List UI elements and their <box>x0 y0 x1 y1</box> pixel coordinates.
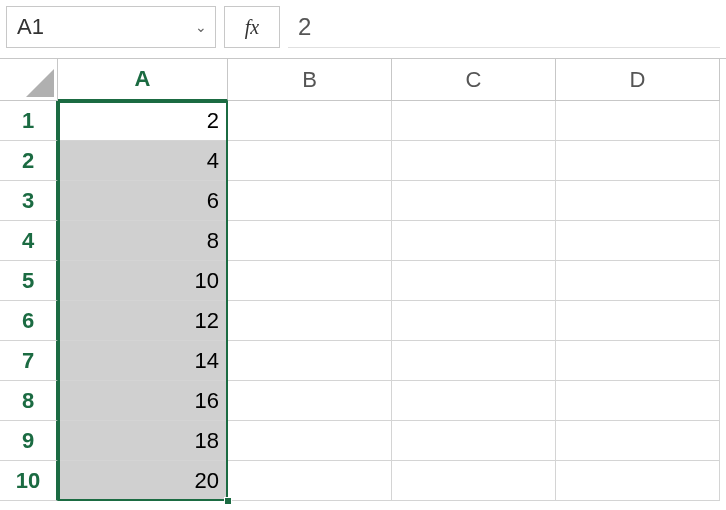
cell-b6[interactable] <box>228 301 392 341</box>
cell-c1[interactable] <box>392 101 556 141</box>
cell-a8[interactable]: 16 <box>58 381 228 421</box>
row-header-4[interactable]: 4 <box>0 221 58 261</box>
cell-c7[interactable] <box>392 341 556 381</box>
cell-a10[interactable]: 20 <box>58 461 228 501</box>
cell-d2[interactable] <box>556 141 720 181</box>
column-header-d[interactable]: D <box>556 59 720 101</box>
cell-c5[interactable] <box>392 261 556 301</box>
cell-a9[interactable]: 18 <box>58 421 228 461</box>
fx-label: fx <box>245 16 259 39</box>
cell-a1[interactable]: 2 <box>58 101 228 141</box>
row-header-2[interactable]: 2 <box>0 141 58 181</box>
cell-c8[interactable] <box>392 381 556 421</box>
cell-a5[interactable]: 10 <box>58 261 228 301</box>
column-header-c[interactable]: C <box>392 59 556 101</box>
cell-d6[interactable] <box>556 301 720 341</box>
cell-a2[interactable]: 4 <box>58 141 228 181</box>
fill-handle[interactable] <box>224 497 232 505</box>
row-header-9[interactable]: 9 <box>0 421 58 461</box>
cell-d8[interactable] <box>556 381 720 421</box>
cell-d5[interactable] <box>556 261 720 301</box>
cell-b1[interactable] <box>228 101 392 141</box>
cell-c4[interactable] <box>392 221 556 261</box>
row-header-3[interactable]: 3 <box>0 181 58 221</box>
formula-input[interactable] <box>288 6 720 48</box>
cell-d10[interactable] <box>556 461 720 501</box>
row-header-1[interactable]: 1 <box>0 101 58 141</box>
cell-d7[interactable] <box>556 341 720 381</box>
cell-d4[interactable] <box>556 221 720 261</box>
row-header-5[interactable]: 5 <box>0 261 58 301</box>
cell-c2[interactable] <box>392 141 556 181</box>
cell-d3[interactable] <box>556 181 720 221</box>
cell-b5[interactable] <box>228 261 392 301</box>
chevron-down-icon[interactable]: ⌄ <box>195 19 207 35</box>
formula-bar: A1 ⌄ fx <box>0 0 726 58</box>
cell-b10[interactable] <box>228 461 392 501</box>
cell-a4[interactable]: 8 <box>58 221 228 261</box>
cell-c9[interactable] <box>392 421 556 461</box>
column-header-a[interactable]: A <box>58 59 228 101</box>
selection-range[interactable]: 2 4 6 8 10 12 14 16 18 20 <box>58 101 228 501</box>
select-all-corner[interactable] <box>0 59 58 101</box>
cell-b3[interactable] <box>228 181 392 221</box>
cell-b9[interactable] <box>228 421 392 461</box>
row-header-6[interactable]: 6 <box>0 301 58 341</box>
name-box-value: A1 <box>17 14 44 40</box>
cell-b2[interactable] <box>228 141 392 181</box>
row-header-10[interactable]: 10 <box>0 461 58 501</box>
name-box[interactable]: A1 ⌄ <box>6 6 216 48</box>
cell-c10[interactable] <box>392 461 556 501</box>
cell-a7[interactable]: 14 <box>58 341 228 381</box>
cell-d1[interactable] <box>556 101 720 141</box>
cell-b8[interactable] <box>228 381 392 421</box>
row-header-8[interactable]: 8 <box>0 381 58 421</box>
cell-a3[interactable]: 6 <box>58 181 228 221</box>
cell-b4[interactable] <box>228 221 392 261</box>
cell-d9[interactable] <box>556 421 720 461</box>
column-header-b[interactable]: B <box>228 59 392 101</box>
cell-c6[interactable] <box>392 301 556 341</box>
spreadsheet-grid: A B C D 1 2 4 6 8 10 12 14 16 18 20 2 3 … <box>0 58 726 501</box>
row-header-7[interactable]: 7 <box>0 341 58 381</box>
cell-b7[interactable] <box>228 341 392 381</box>
cell-c3[interactable] <box>392 181 556 221</box>
fx-button[interactable]: fx <box>224 6 280 48</box>
cell-a6[interactable]: 12 <box>58 301 228 341</box>
